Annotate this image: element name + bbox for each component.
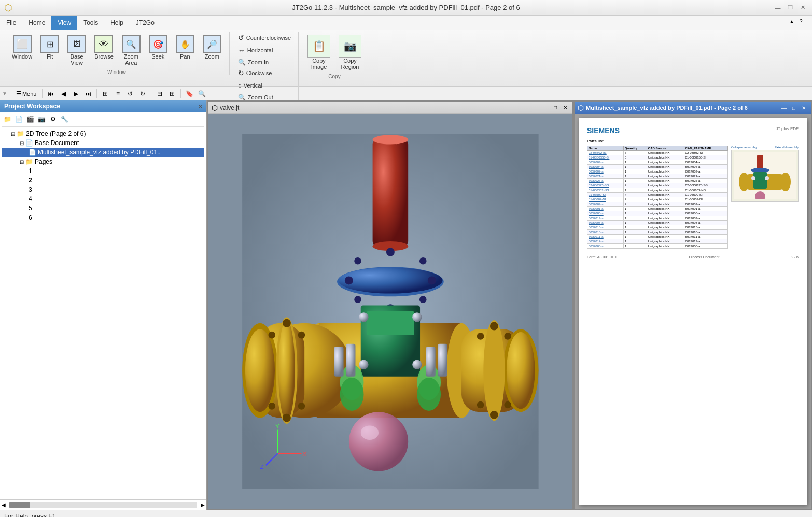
pdf-window: ⬡ Multisheet_sample_vfz added by PDFill_… [573, 100, 812, 510]
page-5-label: 5 [29, 205, 32, 212]
menu-help[interactable]: Help [104, 16, 130, 30]
col-cad-source: CAD Source [647, 146, 684, 151]
sidebar-icon-btn-4[interactable]: 📷 [36, 114, 47, 124]
col-cad-partname: CAD_PARTNAME [684, 146, 727, 151]
tree-item-pages[interactable]: ⊟ 📁 Pages [2, 157, 204, 166]
3d-close-button[interactable]: ✕ [561, 104, 569, 112]
search-toolbar-button[interactable]: 🔍 [196, 88, 207, 99]
3d-window-icon: ⬡ [212, 104, 218, 112]
nav-prev-button[interactable]: ◀ [58, 88, 69, 99]
sidebar-icon-btn-3[interactable]: 🎬 [25, 114, 35, 124]
sidebar-icon-btn-5[interactable]: ⚙ [48, 114, 58, 124]
ribbon-btn-counterclockwise[interactable]: ↺ Counterclockwise [235, 32, 294, 44]
menu-file[interactable]: File [0, 16, 22, 30]
sidebar-icon-btn-6[interactable]: 🔧 [59, 114, 69, 124]
svg-rect-50 [346, 344, 355, 377]
ribbon-btn-zoom[interactable]: 🔎 Zoom [199, 32, 225, 62]
table-row: 01-06500-SI4Unigraphics NX01-06500-SI [587, 193, 728, 197]
grid-view-button[interactable]: ⊞ [100, 88, 111, 99]
ribbon-btn-seek[interactable]: 🎯 Seek [145, 32, 171, 62]
svg-point-43 [504, 333, 511, 340]
pdf-restore-button[interactable]: □ [790, 104, 798, 112]
tree-item-page-1[interactable]: 1 [2, 166, 204, 176]
3d-viewport[interactable]: X Y Z [208, 114, 572, 509]
extend-assembly-link[interactable]: Extend Assembly [775, 146, 799, 149]
help-button[interactable]: ? [800, 19, 808, 27]
svg-point-31 [269, 332, 276, 339]
expand-icon-pages: ⊟ [20, 159, 24, 165]
sidebar-tree: 📁 📄 🎬 📷 ⚙ 🔧 ⊟ 📁 2D Tree (Page 2 of 6) ⊟ … [0, 112, 206, 499]
view-toggle-button[interactable]: ⊟ [154, 88, 165, 99]
rotate-left-button[interactable]: ↺ [124, 88, 136, 99]
view-expand-button[interactable]: ⊞ [166, 88, 178, 99]
tree-item-multisheet[interactable]: 📄 Multisheet_sample_vfz added by PDFill_… [2, 148, 204, 157]
tree-label-base: Base Document [35, 139, 79, 147]
ribbon-btn-pan[interactable]: ✋ Pan [172, 32, 198, 62]
fit-icon: ⊞ [40, 35, 59, 53]
svg-point-41 [477, 333, 484, 340]
nav-next-button[interactable]: ▶ [70, 88, 81, 99]
minimize-button[interactable]: — [773, 3, 783, 13]
ribbon-btn-clockwise[interactable]: ↻ Clockwise [235, 67, 276, 79]
svg-rect-52 [438, 344, 447, 377]
sidebar-icon-btn-1[interactable]: 📁 [2, 114, 12, 124]
3d-minimize-button[interactable]: — [541, 104, 550, 112]
collapse-assembly-link[interactable]: Collapse assembly [731, 146, 757, 149]
scroll-left-button[interactable]: ◀ [0, 502, 7, 508]
menu-view[interactable]: View [51, 16, 77, 30]
menu-tools[interactable]: Tools [77, 16, 104, 30]
nav-first-button[interactable]: ⏮ [45, 88, 57, 99]
page-4-label: 4 [29, 195, 32, 203]
ribbon-btn-browse[interactable]: 👁 Browse [91, 32, 117, 62]
tree-label-multisheet: Multisheet_sample_vfz added by PDFill_01… [38, 149, 161, 156]
ribbon-btn-zoom-in[interactable]: 🔍 Zoom In [235, 57, 294, 67]
restore-button[interactable]: ❐ [785, 3, 795, 13]
tree-item-page-6[interactable]: 6 [2, 213, 204, 222]
3d-restore-button[interactable]: □ [551, 104, 559, 112]
svg-point-39 [490, 322, 498, 331]
tree-item-page-3[interactable]: 3 [2, 185, 204, 194]
sidebar-close-button[interactable]: ✕ [198, 104, 202, 109]
pdf-main-content: Name Quantity CAD Source CAD_PARTNAME 02… [587, 146, 799, 249]
sidebar-scrollbar[interactable] [9, 502, 197, 508]
pdf-minimize-button[interactable]: — [780, 104, 788, 112]
ribbon-btn-horizontal[interactable]: ↔ Horizontal [235, 45, 294, 56]
rotate-right-button[interactable]: ↻ [137, 88, 148, 99]
ribbon-btn-base-view[interactable]: 🖼 BaseView [64, 32, 90, 68]
svg-point-38 [483, 320, 505, 421]
ribbon-btn-copy-region[interactable]: 📷 CopyRegion [335, 32, 365, 73]
nav-last-button[interactable]: ⏭ [82, 88, 94, 99]
menu-home[interactable]: Home [22, 16, 51, 30]
sidebar-icon-btn-2[interactable]: 📄 [13, 114, 24, 124]
ribbon-btn-copy-image[interactable]: 📋 CopyImage [304, 32, 334, 73]
page-1-label: 1 [29, 167, 32, 175]
counterclockwise-label: Counterclockwise [246, 35, 291, 41]
tree-icon-pages: 📁 [25, 158, 33, 165]
menu-icon[interactable]: ☰ Menu [13, 89, 40, 98]
table-row: 6037021-a1Unigraphics NX6037021-a [587, 174, 728, 179]
scroll-right-button[interactable]: ▶ [199, 502, 206, 508]
ribbon-btn-fit[interactable]: ⊞ Fit [37, 32, 63, 62]
3d-valve-window: ⬡ valve.jt — □ ✕ [207, 100, 573, 510]
ribbon-minimize-button[interactable]: ▲ [789, 19, 797, 27]
svg-point-21 [359, 360, 368, 369]
bookmark-button[interactable]: 🔖 [184, 88, 195, 99]
close-button[interactable]: ✕ [797, 3, 808, 13]
tree-item-page-4[interactable]: 4 [2, 194, 204, 204]
vertical-label: Vertical [244, 82, 262, 89]
tree-item-2d-tree[interactable]: ⊟ 📁 2D Tree (Page 2 of 6) [2, 129, 204, 138]
title-bar: ⬡ JT2Go 11.2.3 - Multisheet_sample_vfz a… [0, 0, 812, 16]
menu-jt2go[interactable]: JT2Go [130, 16, 161, 30]
ribbon-btn-window[interactable]: ⬜ Window [8, 32, 36, 62]
tree-item-page-2[interactable]: 2 [2, 176, 204, 185]
list-view-button[interactable]: ≡ [112, 88, 123, 99]
pdf-viewport[interactable]: SIEMENS JT plus PDF Parts list Name [575, 114, 811, 509]
ribbon-btn-zoom-area[interactable]: 🔍 ZoomArea [118, 32, 144, 68]
app-logo: ⬡ [4, 2, 12, 13]
pdf-window-title: Multisheet_sample_vfz added by PDFill_01… [586, 105, 748, 111]
tree-item-base-doc[interactable]: ⊟ 📄 Base Document [2, 138, 204, 148]
seek-icon: 🎯 [149, 35, 167, 53]
ribbon-btn-vertical[interactable]: ↕ Vertical [235, 80, 276, 91]
tree-item-page-5[interactable]: 5 [2, 204, 204, 213]
pdf-close-button[interactable]: ✕ [800, 104, 808, 112]
